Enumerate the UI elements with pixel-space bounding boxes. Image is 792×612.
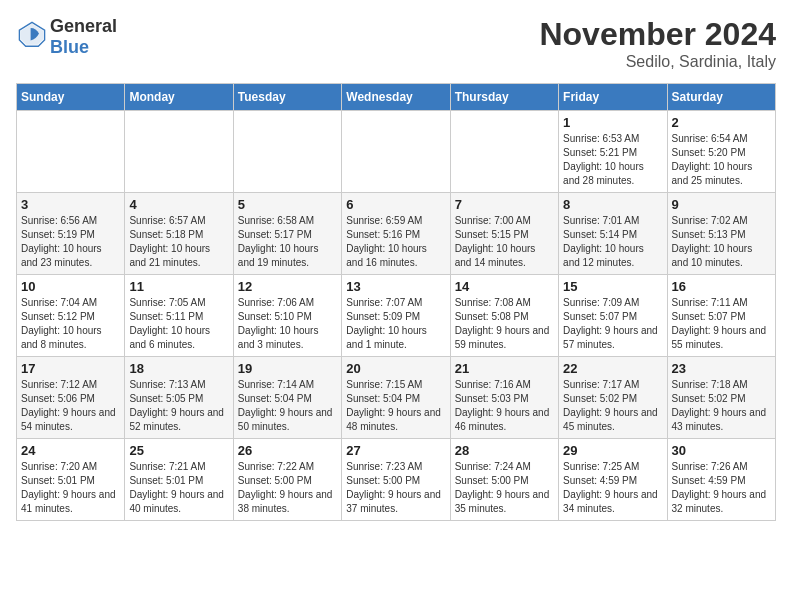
calendar-cell: 20Sunrise: 7:15 AM Sunset: 5:04 PM Dayli… — [342, 357, 450, 439]
calendar-week-3: 10Sunrise: 7:04 AM Sunset: 5:12 PM Dayli… — [17, 275, 776, 357]
day-number: 20 — [346, 361, 445, 376]
day-info: Sunrise: 7:08 AM Sunset: 5:08 PM Dayligh… — [455, 296, 554, 352]
day-number: 29 — [563, 443, 662, 458]
day-number: 11 — [129, 279, 228, 294]
day-number: 3 — [21, 197, 120, 212]
calendar-cell — [125, 111, 233, 193]
day-info: Sunrise: 6:54 AM Sunset: 5:20 PM Dayligh… — [672, 132, 771, 188]
logo-icon — [18, 21, 46, 49]
day-info: Sunrise: 7:04 AM Sunset: 5:12 PM Dayligh… — [21, 296, 120, 352]
day-info: Sunrise: 7:11 AM Sunset: 5:07 PM Dayligh… — [672, 296, 771, 352]
calendar-cell: 10Sunrise: 7:04 AM Sunset: 5:12 PM Dayli… — [17, 275, 125, 357]
day-info: Sunrise: 7:12 AM Sunset: 5:06 PM Dayligh… — [21, 378, 120, 434]
day-info: Sunrise: 7:02 AM Sunset: 5:13 PM Dayligh… — [672, 214, 771, 270]
day-number: 9 — [672, 197, 771, 212]
calendar-cell: 2Sunrise: 6:54 AM Sunset: 5:20 PM Daylig… — [667, 111, 775, 193]
day-info: Sunrise: 7:24 AM Sunset: 5:00 PM Dayligh… — [455, 460, 554, 516]
weekday-header-friday: Friday — [559, 84, 667, 111]
calendar-cell: 25Sunrise: 7:21 AM Sunset: 5:01 PM Dayli… — [125, 439, 233, 521]
weekday-header-monday: Monday — [125, 84, 233, 111]
calendar-cell — [342, 111, 450, 193]
calendar-cell: 15Sunrise: 7:09 AM Sunset: 5:07 PM Dayli… — [559, 275, 667, 357]
calendar-cell: 24Sunrise: 7:20 AM Sunset: 5:01 PM Dayli… — [17, 439, 125, 521]
day-info: Sunrise: 7:07 AM Sunset: 5:09 PM Dayligh… — [346, 296, 445, 352]
calendar-cell: 16Sunrise: 7:11 AM Sunset: 5:07 PM Dayli… — [667, 275, 775, 357]
day-info: Sunrise: 7:18 AM Sunset: 5:02 PM Dayligh… — [672, 378, 771, 434]
logo-line1: General — [50, 16, 117, 37]
calendar-cell: 21Sunrise: 7:16 AM Sunset: 5:03 PM Dayli… — [450, 357, 558, 439]
day-number: 16 — [672, 279, 771, 294]
day-number: 19 — [238, 361, 337, 376]
day-number: 4 — [129, 197, 228, 212]
title-section: November 2024 Sedilo, Sardinia, Italy — [539, 16, 776, 71]
day-number: 12 — [238, 279, 337, 294]
location-title: Sedilo, Sardinia, Italy — [539, 53, 776, 71]
day-info: Sunrise: 7:26 AM Sunset: 4:59 PM Dayligh… — [672, 460, 771, 516]
calendar-cell: 1Sunrise: 6:53 AM Sunset: 5:21 PM Daylig… — [559, 111, 667, 193]
day-number: 10 — [21, 279, 120, 294]
day-info: Sunrise: 6:59 AM Sunset: 5:16 PM Dayligh… — [346, 214, 445, 270]
day-number: 21 — [455, 361, 554, 376]
calendar-cell: 14Sunrise: 7:08 AM Sunset: 5:08 PM Dayli… — [450, 275, 558, 357]
day-info: Sunrise: 6:53 AM Sunset: 5:21 PM Dayligh… — [563, 132, 662, 188]
calendar-cell: 28Sunrise: 7:24 AM Sunset: 5:00 PM Dayli… — [450, 439, 558, 521]
day-info: Sunrise: 7:17 AM Sunset: 5:02 PM Dayligh… — [563, 378, 662, 434]
calendar-table: SundayMondayTuesdayWednesdayThursdayFrid… — [16, 83, 776, 521]
day-number: 13 — [346, 279, 445, 294]
weekday-header-thursday: Thursday — [450, 84, 558, 111]
weekday-header-row: SundayMondayTuesdayWednesdayThursdayFrid… — [17, 84, 776, 111]
day-number: 25 — [129, 443, 228, 458]
day-number: 15 — [563, 279, 662, 294]
day-number: 22 — [563, 361, 662, 376]
day-number: 1 — [563, 115, 662, 130]
calendar-cell: 13Sunrise: 7:07 AM Sunset: 5:09 PM Dayli… — [342, 275, 450, 357]
calendar-cell: 6Sunrise: 6:59 AM Sunset: 5:16 PM Daylig… — [342, 193, 450, 275]
day-info: Sunrise: 7:20 AM Sunset: 5:01 PM Dayligh… — [21, 460, 120, 516]
day-info: Sunrise: 7:09 AM Sunset: 5:07 PM Dayligh… — [563, 296, 662, 352]
calendar-week-2: 3Sunrise: 6:56 AM Sunset: 5:19 PM Daylig… — [17, 193, 776, 275]
month-title: November 2024 — [539, 16, 776, 53]
day-info: Sunrise: 7:06 AM Sunset: 5:10 PM Dayligh… — [238, 296, 337, 352]
day-info: Sunrise: 7:00 AM Sunset: 5:15 PM Dayligh… — [455, 214, 554, 270]
day-info: Sunrise: 7:01 AM Sunset: 5:14 PM Dayligh… — [563, 214, 662, 270]
weekday-header-tuesday: Tuesday — [233, 84, 341, 111]
day-info: Sunrise: 7:23 AM Sunset: 5:00 PM Dayligh… — [346, 460, 445, 516]
calendar-week-1: 1Sunrise: 6:53 AM Sunset: 5:21 PM Daylig… — [17, 111, 776, 193]
day-info: Sunrise: 7:14 AM Sunset: 5:04 PM Dayligh… — [238, 378, 337, 434]
day-info: Sunrise: 7:25 AM Sunset: 4:59 PM Dayligh… — [563, 460, 662, 516]
calendar-cell: 22Sunrise: 7:17 AM Sunset: 5:02 PM Dayli… — [559, 357, 667, 439]
calendar-cell: 17Sunrise: 7:12 AM Sunset: 5:06 PM Dayli… — [17, 357, 125, 439]
logo: General Blue — [16, 16, 117, 57]
calendar-cell: 7Sunrise: 7:00 AM Sunset: 5:15 PM Daylig… — [450, 193, 558, 275]
day-info: Sunrise: 7:22 AM Sunset: 5:00 PM Dayligh… — [238, 460, 337, 516]
day-info: Sunrise: 6:56 AM Sunset: 5:19 PM Dayligh… — [21, 214, 120, 270]
calendar-cell: 29Sunrise: 7:25 AM Sunset: 4:59 PM Dayli… — [559, 439, 667, 521]
calendar-cell: 18Sunrise: 7:13 AM Sunset: 5:05 PM Dayli… — [125, 357, 233, 439]
day-number: 26 — [238, 443, 337, 458]
calendar-cell: 27Sunrise: 7:23 AM Sunset: 5:00 PM Dayli… — [342, 439, 450, 521]
day-number: 5 — [238, 197, 337, 212]
day-number: 30 — [672, 443, 771, 458]
calendar-cell: 11Sunrise: 7:05 AM Sunset: 5:11 PM Dayli… — [125, 275, 233, 357]
day-number: 17 — [21, 361, 120, 376]
day-number: 7 — [455, 197, 554, 212]
day-info: Sunrise: 7:13 AM Sunset: 5:05 PM Dayligh… — [129, 378, 228, 434]
calendar-cell: 5Sunrise: 6:58 AM Sunset: 5:17 PM Daylig… — [233, 193, 341, 275]
day-number: 28 — [455, 443, 554, 458]
calendar-body: 1Sunrise: 6:53 AM Sunset: 5:21 PM Daylig… — [17, 111, 776, 521]
header: General Blue November 2024 Sedilo, Sardi… — [16, 16, 776, 71]
day-info: Sunrise: 7:16 AM Sunset: 5:03 PM Dayligh… — [455, 378, 554, 434]
calendar-cell: 12Sunrise: 7:06 AM Sunset: 5:10 PM Dayli… — [233, 275, 341, 357]
calendar-cell: 9Sunrise: 7:02 AM Sunset: 5:13 PM Daylig… — [667, 193, 775, 275]
day-number: 8 — [563, 197, 662, 212]
calendar-cell — [17, 111, 125, 193]
calendar-cell: 19Sunrise: 7:14 AM Sunset: 5:04 PM Dayli… — [233, 357, 341, 439]
calendar-cell: 3Sunrise: 6:56 AM Sunset: 5:19 PM Daylig… — [17, 193, 125, 275]
weekday-header-saturday: Saturday — [667, 84, 775, 111]
calendar-cell: 8Sunrise: 7:01 AM Sunset: 5:14 PM Daylig… — [559, 193, 667, 275]
calendar-cell — [233, 111, 341, 193]
calendar-week-5: 24Sunrise: 7:20 AM Sunset: 5:01 PM Dayli… — [17, 439, 776, 521]
calendar-week-4: 17Sunrise: 7:12 AM Sunset: 5:06 PM Dayli… — [17, 357, 776, 439]
calendar-cell: 23Sunrise: 7:18 AM Sunset: 5:02 PM Dayli… — [667, 357, 775, 439]
weekday-header-wednesday: Wednesday — [342, 84, 450, 111]
